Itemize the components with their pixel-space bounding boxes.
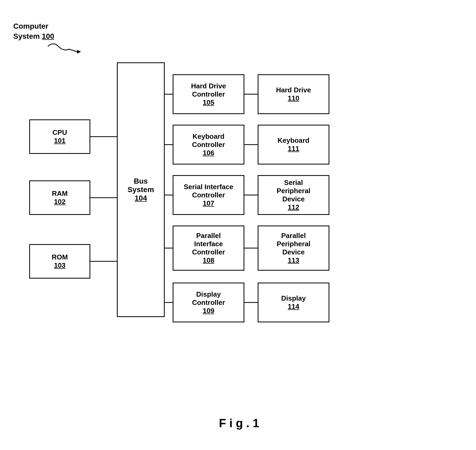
hdc-box: Hard Drive Controller 105 [173,74,244,114]
spd-box: Serial Peripheral Device 112 [258,175,329,215]
kbc-box: Keyboard Controller 106 [173,125,244,165]
hd-box: Hard Drive 110 [258,74,329,114]
bus-box: Bus System 104 [117,62,165,317]
dc-box: Display Controller 109 [173,283,244,322]
sic-box: Serial Interface Controller 107 [173,175,244,215]
svg-marker-0 [77,50,81,54]
diagram: Computer System 100 [13,21,465,432]
ppd-box: Parallel Peripheral Device 113 [258,226,329,271]
cpu-box: CPU 101 [29,119,90,154]
ram-box: RAM 102 [29,180,90,215]
pic-box: Parallel Interface Controller 108 [173,226,244,271]
fig-label: F i g . 1 [219,417,259,430]
kb-box: Keyboard 111 [258,125,329,165]
rom-box: ROM 103 [29,244,90,279]
system-arrow [13,21,93,58]
disp-box: Display 114 [258,283,329,322]
